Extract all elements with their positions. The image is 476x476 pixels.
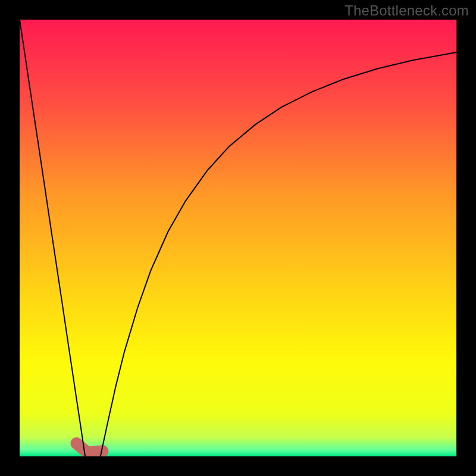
watermark-text: TheBottleneck.com (345, 2, 469, 19)
gradient-background (20, 20, 456, 456)
chart-svg (20, 20, 456, 456)
chart-container: TheBottleneck.com (0, 0, 476, 476)
plot-area (20, 20, 456, 456)
